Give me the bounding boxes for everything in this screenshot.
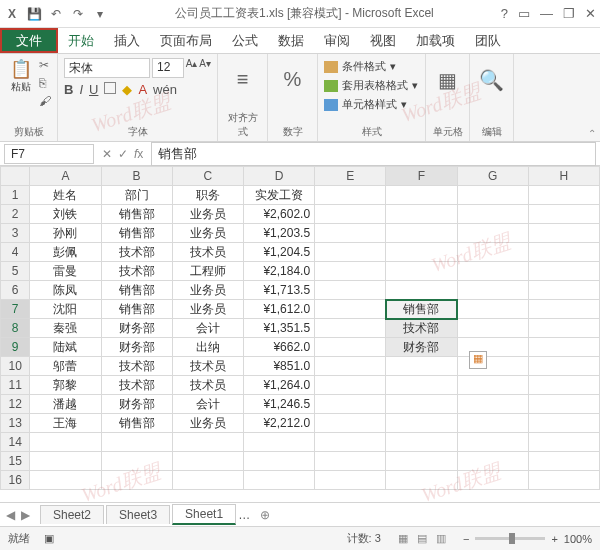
grow-font-icon[interactable]: A▴ — [186, 58, 198, 78]
cell[interactable]: 财务部 — [101, 338, 172, 357]
cell[interactable]: 技术部 — [101, 243, 172, 262]
row-header[interactable]: 16 — [1, 471, 30, 490]
cell[interactable]: 部门 — [101, 186, 172, 205]
cell[interactable] — [386, 471, 457, 490]
cell[interactable] — [243, 471, 314, 490]
cell[interactable] — [528, 300, 599, 319]
fx-icon[interactable]: fx — [134, 147, 143, 161]
cell[interactable] — [457, 224, 528, 243]
format-painter-icon[interactable]: 🖌 — [39, 94, 51, 108]
cell[interactable] — [528, 243, 599, 262]
cell[interactable] — [528, 357, 599, 376]
tab-review[interactable]: 审阅 — [314, 28, 360, 53]
cell[interactable] — [528, 395, 599, 414]
ribbon-options-icon[interactable]: ▭ — [518, 6, 530, 21]
zoom-out-icon[interactable]: − — [463, 533, 469, 545]
cell[interactable] — [528, 186, 599, 205]
cell[interactable] — [30, 433, 101, 452]
cell[interactable] — [315, 186, 386, 205]
col-header[interactable]: H — [528, 167, 599, 186]
autofill-options-icon[interactable]: ▦ — [469, 351, 487, 369]
phonetic-button[interactable]: wén — [153, 82, 177, 97]
cell[interactable]: 刘铁 — [30, 205, 101, 224]
sheet-tab[interactable]: Sheet2 — [40, 505, 104, 524]
cancel-fx-icon[interactable]: ✕ — [102, 147, 112, 161]
cell[interactable] — [457, 243, 528, 262]
cell[interactable]: ¥2,184.0 — [243, 262, 314, 281]
cell[interactable]: ¥1,264.0 — [243, 376, 314, 395]
cell[interactable]: ¥1,713.5 — [243, 281, 314, 300]
cell[interactable]: 姓名 — [30, 186, 101, 205]
row-header[interactable]: 12 — [1, 395, 30, 414]
tab-home[interactable]: 开始 — [58, 28, 104, 53]
bold-button[interactable]: B — [64, 82, 73, 97]
zoom-slider[interactable] — [475, 537, 545, 540]
row-header[interactable]: 2 — [1, 205, 30, 224]
cell[interactable]: 沈阳 — [30, 300, 101, 319]
tab-file[interactable]: 文件 — [0, 28, 58, 53]
cell[interactable] — [172, 471, 243, 490]
table-format-button[interactable]: 套用表格格式 ▾ — [324, 77, 419, 94]
row-header[interactable]: 7 — [1, 300, 30, 319]
close-icon[interactable]: ✕ — [585, 6, 596, 21]
sheet-nav-next-icon[interactable]: ▶ — [21, 508, 30, 522]
zoom-level[interactable]: 100% — [564, 533, 592, 545]
cell[interactable]: 郭黎 — [30, 376, 101, 395]
minimize-icon[interactable]: — — [540, 6, 553, 21]
tab-layout[interactable]: 页面布局 — [150, 28, 222, 53]
cell[interactable] — [386, 186, 457, 205]
cell[interactable] — [101, 452, 172, 471]
cell-f9[interactable]: 财务部 — [386, 338, 457, 357]
cell[interactable] — [457, 319, 528, 338]
cell[interactable] — [30, 471, 101, 490]
cell[interactable] — [386, 395, 457, 414]
cell[interactable]: 王海 — [30, 414, 101, 433]
row-header[interactable]: 3 — [1, 224, 30, 243]
cell[interactable]: 业务员 — [172, 281, 243, 300]
cell[interactable] — [528, 338, 599, 357]
row-header[interactable]: 10 — [1, 357, 30, 376]
cell[interactable]: ¥2,602.0 — [243, 205, 314, 224]
cell[interactable]: 会计 — [172, 395, 243, 414]
cell[interactable]: 邬蕾 — [30, 357, 101, 376]
cell[interactable]: 销售部 — [101, 414, 172, 433]
cell[interactable]: 陈凤 — [30, 281, 101, 300]
cell[interactable]: 财务部 — [101, 395, 172, 414]
cell[interactable] — [457, 414, 528, 433]
row-header[interactable]: 15 — [1, 452, 30, 471]
worksheet-grid[interactable]: A B C D E F G H 1姓名部门职务实发工资 2刘铁销售部业务员¥2,… — [0, 166, 600, 502]
cell[interactable]: 技术部 — [101, 262, 172, 281]
cell[interactable]: 会计 — [172, 319, 243, 338]
cell[interactable] — [386, 452, 457, 471]
fill-color-button[interactable]: ◆ — [122, 82, 132, 97]
font-color-button[interactable]: A — [138, 82, 147, 97]
align-icon[interactable]: ≡ — [224, 58, 261, 91]
undo-icon[interactable]: ↶ — [48, 6, 64, 22]
tab-addin[interactable]: 加载项 — [406, 28, 465, 53]
paste-button[interactable]: 📋 粘贴 — [6, 58, 35, 108]
cell[interactable]: 孙刚 — [30, 224, 101, 243]
cell[interactable] — [386, 433, 457, 452]
cell[interactable]: 业务员 — [172, 300, 243, 319]
cell[interactable]: 技术员 — [172, 357, 243, 376]
cell[interactable] — [528, 471, 599, 490]
cell[interactable] — [243, 433, 314, 452]
cell[interactable] — [528, 224, 599, 243]
name-box[interactable]: F7 — [4, 144, 94, 164]
normal-view-icon[interactable]: ▦ — [398, 532, 408, 544]
qat-dropdown-icon[interactable]: ▾ — [92, 6, 108, 22]
border-button[interactable] — [104, 82, 116, 97]
cell[interactable] — [315, 395, 386, 414]
cut-icon[interactable]: ✂ — [39, 58, 51, 72]
tab-team[interactable]: 团队 — [465, 28, 511, 53]
cell[interactable] — [457, 186, 528, 205]
cell[interactable] — [315, 262, 386, 281]
cell[interactable]: 出纳 — [172, 338, 243, 357]
cell[interactable]: 职务 — [172, 186, 243, 205]
row-header[interactable]: 14 — [1, 433, 30, 452]
cell[interactable] — [386, 357, 457, 376]
cell[interactable]: 秦强 — [30, 319, 101, 338]
cell[interactable]: 潘越 — [30, 395, 101, 414]
formula-bar[interactable]: 销售部 — [151, 142, 596, 166]
cell[interactable] — [315, 452, 386, 471]
